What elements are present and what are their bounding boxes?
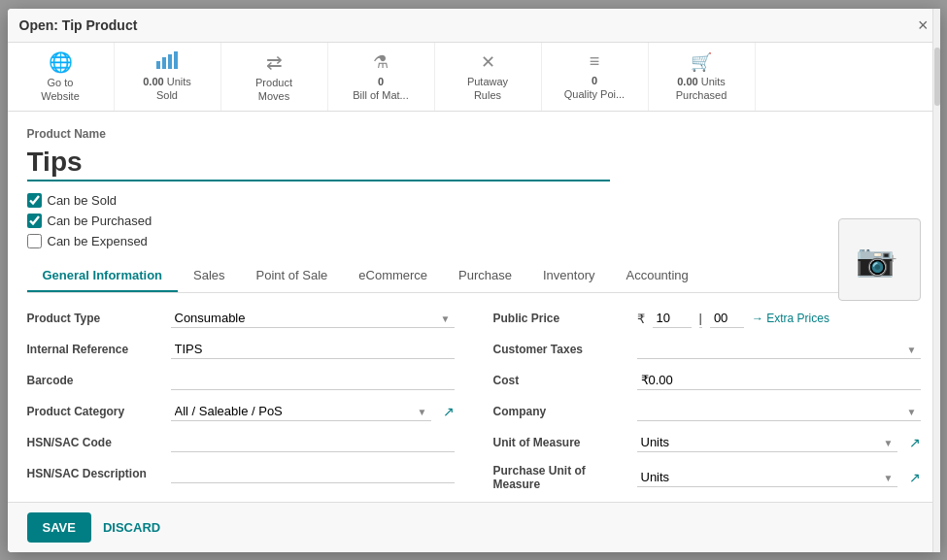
barcode-row: Barcode [27,371,455,390]
unit-of-measure-select[interactable]: Units [637,433,897,452]
quality-points-button[interactable]: ≡ 0Quality Poi... [542,43,649,112]
units-sold-label: 0.00 UnitsSold [143,75,191,103]
bill-of-materials-label: 0Bill of Mat... [353,75,408,103]
tab-accounting[interactable]: Accounting [610,260,703,292]
company-label: Company [493,405,629,418]
company-row: Company [493,402,921,421]
customer-taxes-select-wrapper [637,340,921,359]
bar-chart-icon [156,51,178,73]
public-price-decimal-input[interactable] [710,309,744,328]
svg-rect-3 [174,51,178,69]
unit-of-measure-link-icon[interactable]: ↗ [909,435,921,450]
product-moves-button[interactable]: ⇄ ProductMoves [221,43,328,112]
cost-input[interactable] [637,371,921,390]
globe-icon: 🌐 [49,50,73,74]
product-category-link-icon[interactable]: ↗ [443,404,455,419]
tab-purchase[interactable]: Purchase [443,260,527,292]
form-section: Product Type Consumable Storable Product… [27,309,921,491]
product-category-label: Product Category [27,405,163,418]
can-be-purchased-row: Can be Purchased [27,214,921,228]
checkboxes-group: Can be Sold Can be Purchased Can be Expe… [27,193,921,248]
product-type-label: Product Type [27,312,163,325]
units-sold-button[interactable]: 0.00 UnitsSold [115,43,221,112]
modal-header: Open: Tip Product × [8,9,940,43]
can-be-expensed-row: Can be Expensed [27,234,921,248]
can-be-sold-checkbox[interactable] [27,193,42,208]
company-select-wrapper [637,402,921,421]
customer-taxes-select[interactable] [637,340,921,359]
purchase-uom-label: Purchase Unit ofMeasure [493,464,629,491]
can-be-expensed-label: Can be Expensed [48,234,148,248]
putaway-rules-button[interactable]: ✕ PutawayRules [435,43,542,112]
product-photo[interactable]: 📷+ [838,218,921,301]
customer-taxes-row: Customer Taxes [493,340,921,359]
customer-taxes-label: Customer Taxes [493,343,629,356]
price-decimal-separator: | [699,309,702,328]
cost-row: Cost [493,371,921,390]
product-category-select[interactable]: All / Saleable / PoS [171,402,431,421]
putaway-icon: ✕ [481,51,495,73]
scrollbar-thumb [934,48,940,106]
purchase-uom-link-icon[interactable]: ↗ [909,470,921,485]
hsn-sac-description-input[interactable] [171,464,455,483]
form-right-column: Public Price ₹ | → Extra Prices Customer… [493,309,921,491]
public-price-input[interactable] [653,309,692,328]
currency-symbol: ₹ [637,312,645,326]
hsn-sac-description-row: HSN/SAC Description [27,464,455,483]
quality-points-label: 0Quality Poi... [564,74,625,102]
company-select[interactable] [637,402,921,421]
modal-footer: SAVE DISCARD [8,502,940,552]
flask-icon: ⚗ [373,51,389,73]
can-be-expensed-checkbox[interactable] [27,234,42,248]
moves-icon: ⇄ [266,50,283,74]
tabs-bar: General Information Sales Point of Sale … [27,260,921,293]
close-button[interactable]: × [918,16,929,34]
tab-sales[interactable]: Sales [178,260,241,292]
units-purchased-button[interactable]: 🛒 0.00 UnitsPurchased [649,43,756,112]
tab-inventory[interactable]: Inventory [527,260,610,292]
product-category-row: Product Category All / Saleable / PoS ↗ [27,402,455,421]
internal-reference-input[interactable] [171,340,455,359]
purchase-uom-select[interactable]: Units [637,468,897,487]
modal-title: Open: Tip Product [19,17,138,33]
unit-of-measure-select-wrapper: Units [637,433,897,452]
save-button[interactable]: SAVE [27,512,91,543]
smart-buttons-bar: 🌐 Go toWebsite 0.00 UnitsSold ⇄ ProductM… [8,43,940,113]
product-moves-label: ProductMoves [255,76,292,104]
internal-reference-label: Internal Reference [27,343,163,356]
can-be-purchased-label: Can be Purchased [48,214,152,228]
unit-of-measure-label: Unit of Measure [493,436,629,449]
tab-general-information[interactable]: General Information [27,260,179,292]
purchase-uom-select-wrapper: Units [637,468,897,487]
go-to-website-button[interactable]: 🌐 Go toWebsite [8,43,115,112]
purchase-uom-row: Purchase Unit ofMeasure Units ↗ [493,464,921,491]
product-name-input[interactable] [27,145,610,181]
scrollbar[interactable] [932,9,940,552]
bill-of-materials-button[interactable]: ⚗ 0Bill of Mat... [328,43,435,112]
public-price-label: Public Price [493,312,629,325]
public-price-row: Public Price ₹ | → Extra Prices [493,309,921,328]
modal-dialog: Open: Tip Product × 🌐 Go toWebsite 0.0 [8,9,940,552]
svg-rect-0 [156,61,160,69]
barcode-label: Barcode [27,374,163,387]
quality-icon: ≡ [590,51,600,72]
can-be-purchased-checkbox[interactable] [27,214,42,228]
product-name-label: Product Name [27,127,921,141]
extra-prices-button[interactable]: → Extra Prices [752,312,829,325]
product-type-select-wrapper: Consumable Storable Product Service [171,309,455,328]
hsn-sac-description-label: HSN/SAC Description [27,467,163,480]
product-type-select[interactable]: Consumable Storable Product Service [171,309,455,328]
cost-label: Cost [493,374,629,387]
product-category-select-wrapper: All / Saleable / PoS [171,402,431,421]
public-price-inputs: ₹ | → Extra Prices [637,309,829,328]
tab-ecommerce[interactable]: eCommerce [343,260,443,292]
hsn-sac-code-input[interactable] [171,433,455,452]
can-be-sold-label: Can be Sold [48,193,118,208]
form-left-column: Product Type Consumable Storable Product… [27,309,455,491]
svg-rect-2 [168,54,172,69]
barcode-input[interactable] [171,371,455,390]
product-type-row: Product Type Consumable Storable Product… [27,309,455,328]
tab-point-of-sale[interactable]: Point of Sale [241,260,344,292]
units-purchased-label: 0.00 UnitsPurchased [676,75,727,103]
discard-button[interactable]: DISCARD [103,520,160,535]
